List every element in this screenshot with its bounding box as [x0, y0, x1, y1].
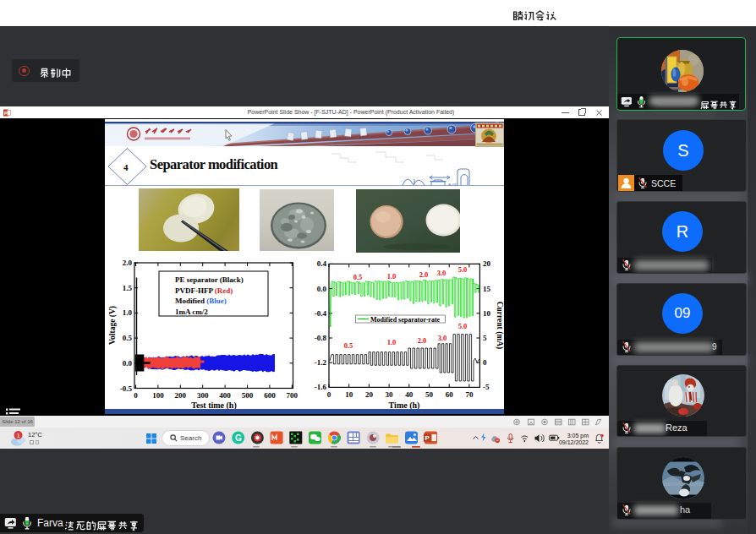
- svg-text:500: 500: [242, 391, 254, 400]
- svg-text:0: 0: [483, 358, 487, 367]
- svg-text:3.0: 3.0: [438, 334, 447, 342]
- svg-text:0.4: 0.4: [317, 259, 327, 268]
- svg-text:0: 0: [327, 390, 331, 399]
- svg-text:1mA cm/2: 1mA cm/2: [175, 307, 208, 315]
- svg-text:3:05 pm: 3:05 pm: [567, 433, 589, 439]
- svg-text:20: 20: [365, 390, 374, 399]
- svg-text:1.5: 1.5: [123, 283, 133, 292]
- svg-text:0: 0: [134, 391, 138, 400]
- svg-text:-0.8: -0.8: [315, 334, 327, 342]
- svg-text:Current (mA): Current (mA): [495, 301, 504, 349]
- svg-text:09/12/2022: 09/12/2022: [559, 439, 589, 445]
- svg-text:10: 10: [345, 390, 353, 399]
- svg-text:P: P: [425, 434, 430, 442]
- svg-text:-1.6: -1.6: [315, 383, 327, 391]
- svg-text:5: 5: [483, 334, 487, 342]
- svg-text:PVDF-HFP (Red): PVDF-HFP (Red): [175, 286, 233, 294]
- svg-text:Modified (Blue): Modified (Blue): [175, 297, 227, 305]
- svg-text:Modified separator-rate: Modified separator-rate: [370, 315, 441, 323]
- svg-text:600: 600: [264, 391, 276, 400]
- svg-text:0.5: 0.5: [344, 341, 353, 350]
- svg-text:2.0: 2.0: [419, 270, 429, 279]
- svg-text:0.0: 0.0: [123, 358, 133, 367]
- svg-text:60: 60: [446, 390, 454, 399]
- svg-text:3.0: 3.0: [437, 268, 446, 276]
- svg-text:70: 70: [465, 390, 474, 399]
- svg-text:15: 15: [483, 284, 491, 292]
- svg-text:1.0: 1.0: [123, 308, 133, 317]
- svg-text:5.0: 5.0: [458, 264, 468, 273]
- svg-text:50: 50: [425, 390, 434, 399]
- svg-text:1.0: 1.0: [387, 271, 397, 280]
- svg-text:-0.5: -0.5: [120, 384, 133, 392]
- svg-text:G: G: [235, 433, 242, 442]
- svg-text:10: 10: [483, 308, 491, 317]
- svg-text:a·nu: a·nu: [448, 181, 457, 186]
- svg-text:Separator modification: Separator modification: [150, 155, 278, 172]
- svg-text:20: 20: [483, 259, 491, 268]
- svg-text:0.0: 0.0: [317, 284, 327, 292]
- svg-text:40: 40: [405, 390, 414, 399]
- svg-text:4: 4: [123, 161, 129, 172]
- svg-text:0.5: 0.5: [123, 334, 133, 342]
- svg-text:-1.2: -1.2: [315, 358, 327, 367]
- svg-text:300: 300: [197, 391, 209, 400]
- svg-text:1.0: 1.0: [387, 338, 397, 346]
- svg-text:30: 30: [386, 390, 394, 399]
- svg-text:-5: -5: [483, 383, 490, 391]
- svg-text:1: 1: [17, 433, 20, 439]
- svg-text:2.0: 2.0: [418, 336, 427, 345]
- svg-text:700: 700: [287, 391, 299, 400]
- svg-text:Voltage (V): Voltage (V): [108, 306, 118, 345]
- svg-text:200: 200: [175, 391, 187, 400]
- svg-text:0.5: 0.5: [353, 273, 363, 281]
- svg-text:400: 400: [219, 391, 231, 400]
- svg-text:-0.4: -0.4: [315, 308, 327, 317]
- svg-text:PE separator (Black): PE separator (Black): [175, 275, 244, 284]
- svg-text:5.0: 5.0: [458, 322, 468, 330]
- svg-text:100: 100: [152, 391, 164, 400]
- svg-text:2.0: 2.0: [123, 259, 133, 267]
